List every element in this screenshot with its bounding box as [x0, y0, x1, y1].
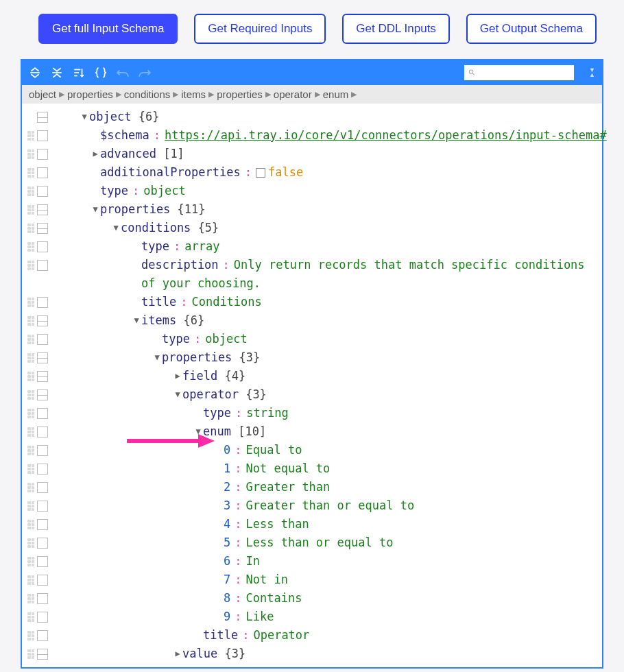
- drag-handle-icon[interactable]: [27, 149, 34, 159]
- drag-handle-icon[interactable]: [27, 501, 34, 511]
- drag-handle-icon[interactable]: [27, 446, 34, 455]
- breadcrumb-item[interactable]: properties: [67, 88, 113, 100]
- tree-row-enum-item[interactable]: 9:Like: [22, 608, 602, 626]
- tree-row[interactable]: ▶ value {3}: [22, 645, 602, 663]
- drag-handle-icon[interactable]: [27, 131, 34, 141]
- tree-row-enum-item[interactable]: 3:Greater than or equal to: [22, 496, 602, 515]
- caret-down-icon[interactable]: ▼: [91, 200, 100, 219]
- tree-row-enum-item[interactable]: 2:Greater than: [22, 478, 602, 496]
- drag-handle-icon[interactable]: [27, 594, 34, 603]
- tree-row-enum-item[interactable]: 5:Less than or equal to: [22, 533, 602, 552]
- caret-right-icon[interactable]: ▶: [173, 367, 182, 385]
- breadcrumb-item[interactable]: object: [29, 88, 56, 100]
- caret-down-icon[interactable]: ▼: [193, 422, 203, 441]
- drag-handle-icon[interactable]: [27, 409, 34, 418]
- drag-handle-icon[interactable]: [27, 649, 34, 659]
- drag-handle-icon[interactable]: [27, 224, 34, 233]
- drag-handle-icon[interactable]: [27, 557, 34, 566]
- drag-handle-icon[interactable]: [27, 316, 34, 326]
- tree-row[interactable]: description:Only return records that mat…: [22, 256, 602, 293]
- sort-up-icon[interactable]: ▲: [589, 73, 595, 77]
- tree-row-enum-item[interactable]: 8:Contains: [22, 589, 602, 608]
- tree-row[interactable]: ▼ properties {3}: [22, 348, 602, 367]
- tree-row[interactable]: ▶ advanced [1]: [22, 145, 602, 163]
- get-ddl-inputs-button[interactable]: Get DDL Inputs: [342, 14, 450, 44]
- tree-row[interactable]: $schema:https://api.tray.io/core/v1/conn…: [22, 126, 602, 145]
- caret-down-icon[interactable]: ▼: [152, 348, 162, 367]
- drag-handle-icon[interactable]: [27, 372, 34, 381]
- tree-row[interactable]: ▶ field {4}: [22, 367, 602, 385]
- breadcrumb-item[interactable]: items: [181, 88, 206, 100]
- node-type-icon: [37, 241, 48, 252]
- drag-handle-icon[interactable]: [27, 168, 34, 178]
- tree-row[interactable]: additionalProperties:false: [22, 163, 602, 182]
- drag-handle-icon[interactable]: [27, 205, 34, 215]
- node-type-icon: [37, 649, 48, 660]
- tree-row-enum-item[interactable]: 1:Not equal to: [22, 459, 602, 478]
- node-type-icon: [37, 371, 48, 382]
- caret-down-icon[interactable]: ▼: [111, 219, 121, 237]
- drag-handle-icon[interactable]: [27, 335, 34, 344]
- tree-row-root[interactable]: ▼ object {6}: [22, 108, 602, 126]
- tree-row[interactable]: ▼ conditions {5}: [22, 219, 602, 237]
- tree-row-enum[interactable]: ▼ enum [10]: [22, 422, 602, 441]
- tree-row[interactable]: ▼ items {6}: [22, 311, 602, 330]
- tree-row-enum-item[interactable]: 0:Equal to: [22, 441, 602, 459]
- sort-icon[interactable]: [73, 67, 85, 79]
- key-label: advanced: [100, 147, 156, 160]
- tree-row[interactable]: type:object: [22, 182, 602, 200]
- drag-handle-icon[interactable]: [27, 483, 34, 492]
- value-link[interactable]: https://api.tray.io/core/v1/connectors/o…: [165, 128, 607, 142]
- caret-down-icon[interactable]: ▼: [173, 385, 182, 404]
- tree-row-enum-item[interactable]: 7:Not in: [22, 571, 602, 589]
- expand-all-icon[interactable]: [29, 67, 41, 79]
- caret-down-icon[interactable]: ▼: [132, 311, 141, 330]
- collapse-all-icon[interactable]: [51, 67, 63, 79]
- tree-row[interactable]: ▼ operator {3}: [22, 385, 602, 404]
- breadcrumb-item[interactable]: enum: [323, 88, 349, 100]
- value-label: Not equal to: [246, 461, 331, 475]
- drag-handle-icon[interactable]: [27, 353, 34, 363]
- get-required-inputs-button[interactable]: Get Required Inputs: [194, 14, 326, 44]
- sort-toggle[interactable]: ▼ ▲: [589, 68, 595, 77]
- drag-handle-icon[interactable]: [27, 261, 34, 270]
- value-label: Like: [246, 610, 274, 623]
- node-type-icon: [37, 427, 48, 437]
- node-type-icon: [37, 112, 48, 123]
- tree-row-enum-item[interactable]: 4:Less than: [22, 515, 602, 533]
- drag-handle-icon[interactable]: [27, 575, 34, 585]
- drag-handle-icon[interactable]: [27, 427, 34, 437]
- node-type-icon: [37, 593, 48, 604]
- format-icon[interactable]: [95, 67, 107, 79]
- breadcrumb-item[interactable]: operator: [274, 88, 312, 100]
- get-output-schema-button[interactable]: Get Output Schema: [466, 14, 597, 44]
- boolean-checkbox[interactable]: [256, 168, 265, 178]
- caret-down-icon[interactable]: ▼: [80, 108, 89, 126]
- get-full-input-schema-button[interactable]: Get full Input Schema: [38, 14, 178, 44]
- key-label: $schema: [100, 128, 149, 142]
- tree-row[interactable]: type:object: [22, 330, 602, 348]
- tree-row[interactable]: title:Operator: [22, 626, 602, 645]
- drag-handle-icon[interactable]: [27, 187, 34, 196]
- tree-row-enum-item[interactable]: 6:In: [22, 552, 602, 571]
- drag-handle-icon[interactable]: [27, 242, 34, 252]
- caret-right-icon[interactable]: ▶: [91, 145, 100, 163]
- caret-right-icon[interactable]: ▶: [173, 645, 182, 663]
- drag-handle-icon[interactable]: [27, 464, 34, 474]
- drag-handle-icon[interactable]: [27, 612, 34, 622]
- search-input[interactable]: [479, 65, 570, 80]
- index-label: 9: [224, 610, 230, 623]
- tree-row[interactable]: title:Conditions: [22, 293, 602, 311]
- search-box[interactable]: [464, 65, 574, 80]
- drag-handle-icon[interactable]: [27, 631, 34, 640]
- tree-row[interactable]: ▼ properties {11}: [22, 200, 602, 219]
- drag-handle-icon[interactable]: [27, 298, 34, 307]
- drag-handle-icon[interactable]: [27, 520, 34, 529]
- drag-handle-icon[interactable]: [27, 390, 34, 400]
- drag-handle-icon[interactable]: [27, 538, 34, 548]
- tree-row[interactable]: type:string: [22, 404, 602, 422]
- breadcrumb-item[interactable]: properties: [217, 88, 263, 100]
- node-type-icon: [37, 482, 48, 493]
- tree-row[interactable]: type:array: [22, 237, 602, 256]
- breadcrumb-item[interactable]: conditions: [124, 88, 171, 100]
